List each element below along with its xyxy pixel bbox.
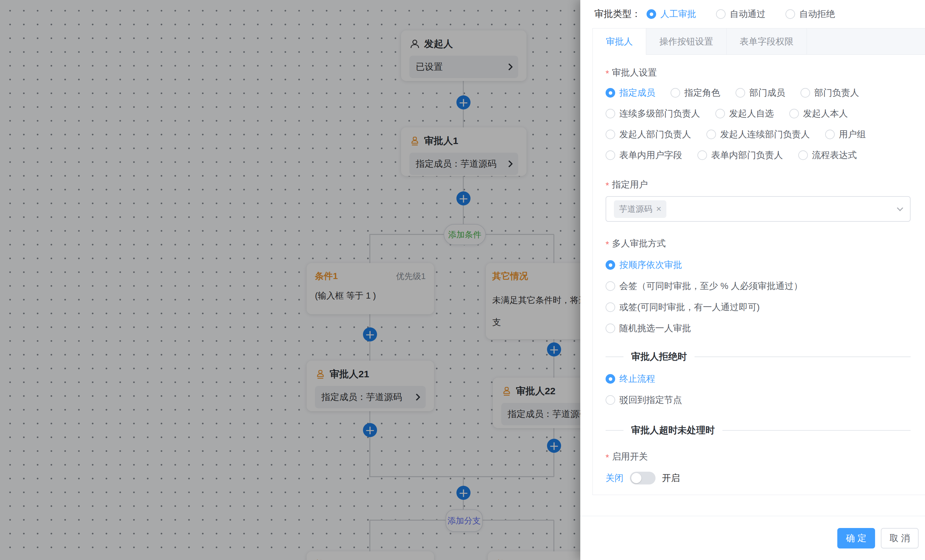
required-asterisk: * <box>606 181 609 191</box>
radio-circle-icon <box>606 395 615 405</box>
radio-label: 发起人本人 <box>803 107 848 120</box>
reject-divider: 审批人拒绝时 <box>606 350 911 364</box>
radio-label: 部门负责人 <box>814 87 859 99</box>
confirm-button[interactable]: 确 定 <box>837 528 875 548</box>
required-asterisk: * <box>606 453 609 463</box>
radio-用户组[interactable]: 用户组 <box>825 128 866 140</box>
radio-circle-icon <box>606 281 615 291</box>
approval-type-row: 审批类型： 人工审批自动通过自动拒绝 <box>594 0 922 28</box>
radio-circle-icon <box>606 260 615 270</box>
approver-setting-radio-group: 指定成员指定角色部门成员部门负责人连续多级部门负责人发起人自选发起人本人发起人部… <box>606 86 911 162</box>
approval-type-radio-group: 人工审批自动通过自动拒绝 <box>646 8 835 20</box>
radio-自动通过[interactable]: 自动通过 <box>716 8 765 20</box>
radio-circle-icon <box>698 151 707 160</box>
drawer-footer: 确 定 取 消 <box>580 516 925 560</box>
radio-或签(可同时审批，有一人通过即可)[interactable]: 或签(可同时审批，有一人通过即可) <box>606 297 911 318</box>
radio-circle-icon <box>800 88 810 98</box>
radio-circle-icon <box>606 109 615 118</box>
radio-circle-icon <box>606 88 615 98</box>
radio-label: 部门成员 <box>749 87 785 99</box>
settings-tabs: 审批人操作按钮设置表单字段权限 * 审批人设置 指定成员指定角色部门成员部门负责… <box>592 28 925 495</box>
timeout-switch[interactable] <box>630 472 655 485</box>
radio-circle-icon <box>735 88 745 98</box>
radio-circle-icon <box>798 151 808 160</box>
tag-close-icon[interactable]: × <box>656 205 661 214</box>
timeout-divider-label: 审批人超时未处理时 <box>631 424 715 437</box>
approval-settings-drawer: 审批类型： 人工审批自动通过自动拒绝 审批人操作按钮设置表单字段权限 * 审批人… <box>580 0 925 560</box>
radio-label: 随机挑选一人审批 <box>619 322 691 334</box>
tab-操作按钮设置[interactable]: 操作按钮设置 <box>646 29 726 54</box>
tab-审批人[interactable]: 审批人 <box>593 29 646 55</box>
approver-option-row: 表单内用户字段表单内部门负责人流程表达式 <box>606 148 911 162</box>
timeout-divider: 审批人超时未处理时 <box>606 423 911 437</box>
chevron-down-icon <box>897 205 903 211</box>
radio-circle-icon <box>606 151 615 160</box>
reject-radio-group: 终止流程驳回到指定节点 <box>606 368 911 411</box>
approval-type-label: 审批类型： <box>594 8 641 21</box>
radio-自动拒绝[interactable]: 自动拒绝 <box>785 8 835 20</box>
radio-label: 指定成员 <box>619 87 655 99</box>
radio-label: 发起人部门负责人 <box>619 128 691 140</box>
switch-on-label: 开启 <box>662 472 680 484</box>
radio-label: 表单内用户字段 <box>619 149 682 161</box>
radio-label: 流程表达式 <box>812 149 857 161</box>
radio-circle-icon <box>707 129 716 139</box>
radio-label: 人工审批 <box>660 8 696 20</box>
radio-circle-icon <box>606 324 615 333</box>
radio-人工审批[interactable]: 人工审批 <box>646 8 696 20</box>
radio-label: 自动拒绝 <box>799 8 835 20</box>
radio-连续多级部门负责人[interactable]: 连续多级部门负责人 <box>606 107 700 120</box>
radio-circle-icon <box>825 129 835 139</box>
radio-发起人自选[interactable]: 发起人自选 <box>716 107 774 120</box>
radio-表单内用户字段[interactable]: 表单内用户字段 <box>606 149 682 161</box>
radio-circle-icon <box>606 129 615 139</box>
radio-label: 或签(可同时审批，有一人通过即可) <box>619 301 760 313</box>
approver-option-row: 发起人部门负责人发起人连续部门负责人用户组 <box>606 127 911 142</box>
assign-user-label: * 指定用户 <box>606 178 911 191</box>
multi-approve-label: * 多人审批方式 <box>606 237 911 250</box>
approver-option-row: 指定成员指定角色部门成员部门负责人 <box>606 86 911 100</box>
radio-label: 按顺序依次审批 <box>619 259 682 271</box>
approver-option-row: 连续多级部门负责人发起人自选发起人本人 <box>606 107 911 120</box>
required-asterisk: * <box>606 239 609 250</box>
user-tag: 芋道源码 × <box>614 200 666 218</box>
radio-circle-icon <box>670 88 680 98</box>
switch-knob <box>631 473 642 483</box>
radio-circle-icon <box>789 109 799 118</box>
radio-发起人本人[interactable]: 发起人本人 <box>789 107 848 120</box>
radio-发起人连续部门负责人[interactable]: 发起人连续部门负责人 <box>707 128 810 140</box>
cancel-button[interactable]: 取 消 <box>881 528 919 548</box>
reject-divider-label: 审批人拒绝时 <box>631 351 687 363</box>
radio-label: 用户组 <box>839 128 866 140</box>
radio-label: 自动通过 <box>730 8 765 20</box>
tab-pane-approver: * 审批人设置 指定成员指定角色部门成员部门负责人连续多级部门负责人发起人自选发… <box>593 55 925 495</box>
radio-部门成员[interactable]: 部门成员 <box>735 87 785 99</box>
radio-circle-icon <box>716 109 725 118</box>
timeout-switch-row: 关闭 开启 <box>606 469 911 487</box>
radio-终止流程[interactable]: 终止流程 <box>606 368 911 390</box>
radio-发起人部门负责人[interactable]: 发起人部门负责人 <box>606 128 691 140</box>
tab-表单字段权限[interactable]: 表单字段权限 <box>726 29 807 54</box>
radio-驳回到指定节点[interactable]: 驳回到指定节点 <box>606 390 911 411</box>
required-asterisk: * <box>606 68 609 79</box>
radio-会签（可同时审批，至少 % 人必须审批通过）[interactable]: 会签（可同时审批，至少 % 人必须审批通过） <box>606 275 911 297</box>
radio-label: 终止流程 <box>619 373 655 385</box>
assigned-user-select[interactable]: 芋道源码 × <box>606 196 911 222</box>
radio-label: 会签（可同时审批，至少 % 人必须审批通过） <box>619 280 802 292</box>
radio-流程表达式[interactable]: 流程表达式 <box>798 149 857 161</box>
radio-表单内部门负责人[interactable]: 表单内部门负责人 <box>698 149 783 161</box>
radio-circle-icon <box>606 374 615 384</box>
radio-label: 表单内部门负责人 <box>711 149 783 161</box>
radio-部门负责人[interactable]: 部门负责人 <box>800 87 859 99</box>
workflow-designer: 发起人 已设置 审批人1 指定成员：芋道源码 <box>0 0 925 560</box>
radio-按顺序依次审批[interactable]: 按顺序依次审批 <box>606 254 911 275</box>
multi-approve-radio-group: 按顺序依次审批会签（可同时审批，至少 % 人必须审批通过）或签(可同时审批，有一… <box>606 254 911 339</box>
radio-指定角色[interactable]: 指定角色 <box>670 87 720 99</box>
radio-随机挑选一人审批[interactable]: 随机挑选一人审批 <box>606 318 911 339</box>
radio-label: 发起人连续部门负责人 <box>720 128 810 140</box>
radio-指定成员[interactable]: 指定成员 <box>606 87 655 99</box>
radio-circle-icon <box>785 9 795 19</box>
radio-circle-icon <box>646 9 656 19</box>
radio-label: 连续多级部门负责人 <box>619 107 700 120</box>
radio-circle-icon <box>716 9 726 19</box>
